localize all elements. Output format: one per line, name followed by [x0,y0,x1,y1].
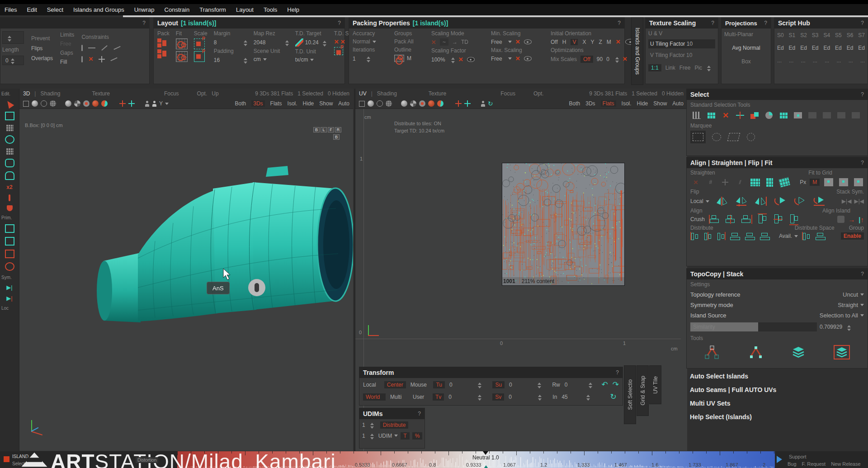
support-link[interactable]: New Release [831,461,860,467]
m-toggle[interactable]: M [810,179,820,186]
td-scale-button[interactable] [334,47,343,55]
scene-unit-dropdown[interactable]: cm [254,56,289,62]
scaling-mode-icon-2[interactable]: ~ [440,38,448,46]
pin2-constraint-icon[interactable] [81,56,83,62]
menu-item[interactable]: Constrain [165,6,190,13]
symmetry-mode-dropdown[interactable]: Straight [838,302,864,308]
script-more-button[interactable]: ... [860,57,865,64]
select-faint-grid-1[interactable] [821,110,833,121]
script-edit-button[interactable]: Ed [789,45,796,51]
marquee-circle-tool[interactable] [745,132,757,142]
menu-item[interactable]: Edit [27,6,37,13]
align-island-arrow-icon[interactable]: → [848,216,855,223]
align-top-tool[interactable] [758,213,767,225]
udim-mode-dropdown[interactable]: UDIM [378,433,398,439]
straighten-grid-tool-1[interactable] [749,177,760,188]
clear-icon[interactable]: ✕ [458,56,463,63]
island-color-swatch[interactable] [4,456,9,462]
help-icon[interactable]: ? [418,411,421,417]
select-pie-tool[interactable] [763,110,775,121]
pin-constraint-icon[interactable] [81,45,83,51]
clear-icon[interactable]: ✕ [515,38,520,45]
texture-half-icon[interactable] [101,100,108,107]
menu-item[interactable]: Layout [236,6,254,13]
optimize-person-icon[interactable] [481,101,485,107]
select-faint-grid-2[interactable] [835,110,848,121]
undo-icon[interactable]: ↶ [601,380,608,389]
orientation-option[interactable]: H [562,39,566,45]
marquee-lasso-tool[interactable] [710,132,723,142]
accuracy-dropdown[interactable]: Normal [353,38,384,45]
stack-tool[interactable] [792,346,805,358]
avail-dropdown[interactable]: Avail. [779,233,798,239]
display-mode-button[interactable]: Flats [270,100,282,107]
sv-field[interactable]: 0 [509,394,531,400]
help-icon[interactable]: ? [711,20,714,26]
select-all-islands-tool[interactable] [705,110,717,121]
free-toggle[interactable]: Free [679,65,691,71]
distribute-h-1[interactable] [690,232,699,240]
scaling-factor-field[interactable]: 100% [431,57,445,63]
select-strips-tool[interactable] [690,110,703,121]
up-axis-dropdown[interactable]: Y [159,100,169,107]
help-icon[interactable]: ? [861,91,864,98]
viewport-3d[interactable]: 3D| Shading Texture Focus Opt. Up 9 3Ds … [19,89,353,451]
tab-uv-tile[interactable]: UV Tile [649,365,661,404]
display-mode-button[interactable]: Auto [338,100,349,107]
flip-arc-icon-1[interactable] [774,196,787,207]
straighten-cross-tool[interactable] [720,177,731,188]
distribute-v-2[interactable] [745,232,755,240]
collapsed-panel-header[interactable]: Help Select (Islands) [686,411,868,422]
script-slot-button[interactable]: S0 [777,32,784,38]
select-header[interactable]: Select? [687,89,868,100]
limits-fill-button[interactable]: Fill [60,59,74,65]
eye-icon[interactable] [467,57,475,62]
udim-t-toggle[interactable]: T [401,432,409,440]
shading-grid-sphere-icon[interactable] [386,100,392,107]
capsule-tool-icon[interactable] [5,171,14,180]
distribute-space-v[interactable] [815,232,826,240]
focus-selected-icon[interactable] [455,100,462,107]
align-island-up-icon[interactable]: |↑ [859,216,864,223]
td-scale-icon2[interactable]: ✕ [340,38,345,45]
viewport-3d-canvas[interactable]: B.Box: [0 0 0] cm BLFR B [19,109,353,451]
fit-button[interactable] [176,38,188,49]
align-center-h-tool[interactable] [725,215,736,224]
similarity-value[interactable]: 0.709929 [820,324,842,330]
flip-sym-icon[interactable]: ▶| [6,284,12,291]
texture-dot-icon[interactable] [83,100,90,107]
topology-reference-dropdown[interactable]: Uncut [843,291,864,298]
shading-wire-sphere-icon[interactable] [41,100,47,107]
brick-stack-icon[interactable] [6,124,14,131]
pen-constraint-icon[interactable] [114,46,121,50]
layout-panel-header[interactable]: Layout [1 island(s)] ? [154,18,344,28]
orientation-option[interactable]: Off [551,39,558,45]
avg-normal-button[interactable]: Avg Normal [732,45,760,51]
texture-red-icon[interactable] [92,100,99,107]
link-toggle[interactable]: Link [665,65,675,71]
stack-selected-tool[interactable] [834,345,850,359]
min-scaling-dropdown[interactable]: Free [491,39,502,45]
display-mode-button[interactable]: Both [235,100,246,107]
script-more-button[interactable]: ... [789,57,793,64]
script-more-button[interactable]: ... [801,57,806,64]
help-icon[interactable]: ? [861,271,864,277]
marquee-polygon-tool[interactable] [727,132,740,142]
pin-tool-icon[interactable] [9,194,10,201]
focus-all-icon[interactable] [464,100,471,107]
scaling-mode-icon-3[interactable]: → [452,39,458,45]
pivot-multi-button[interactable]: Multi [390,394,408,400]
td-unit-dropdown[interactable]: tx/cm [295,57,328,63]
script-slot-button[interactable]: S6 [847,32,854,38]
align-bottom-tool[interactable] [789,213,798,225]
scale-button[interactable] [194,38,205,49]
tv-field[interactable]: 0 [448,394,471,400]
script-slot-button[interactable]: S2 [800,32,807,38]
align-island-pair-icon[interactable] [837,216,844,223]
texture-half-icon[interactable] [437,100,443,107]
collapsed-panel-header[interactable]: Auto Select Islands [686,371,868,382]
fit-grid-tool-3[interactable] [853,177,864,188]
texture-checker-icon[interactable] [410,100,416,107]
help-icon[interactable]: ? [861,20,864,26]
align-header[interactable]: Align | Straighten | Flip | Fit? [687,157,868,168]
